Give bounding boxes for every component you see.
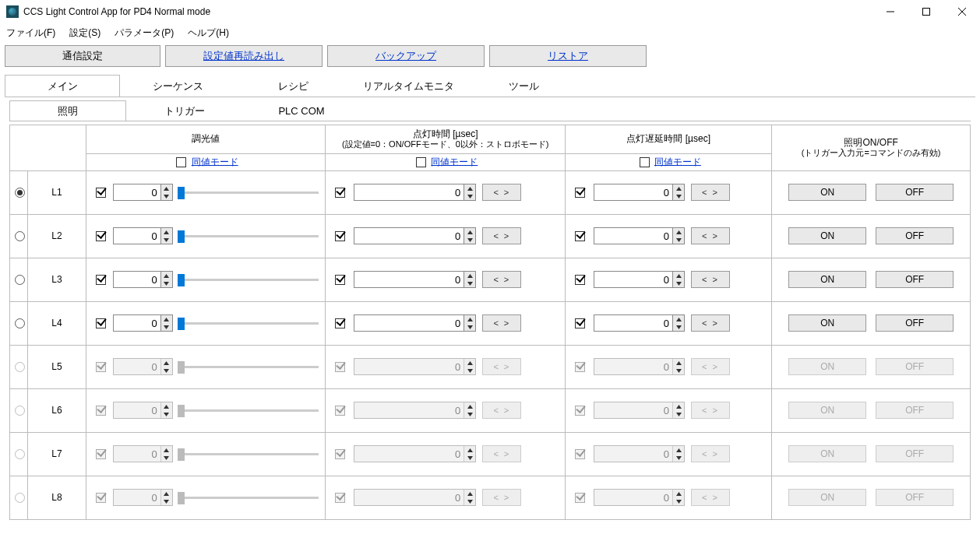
- same-mode-delay-label[interactable]: 同値モード: [654, 156, 701, 167]
- spin-down-icon[interactable]: [673, 279, 684, 287]
- maximize-button[interactable]: [908, 0, 944, 23]
- tab-recipe[interactable]: レシピ: [235, 75, 351, 97]
- same-mode-lt-label[interactable]: 同値モード: [431, 156, 478, 167]
- restore-button[interactable]: リストア: [489, 45, 647, 67]
- on-button[interactable]: ON: [788, 314, 866, 332]
- spin-down-icon[interactable]: [673, 323, 684, 331]
- delay-input[interactable]: [594, 228, 672, 244]
- dim-spinner[interactable]: [113, 227, 173, 244]
- delay-enable-checkbox[interactable]: [575, 318, 585, 328]
- spin-down-icon[interactable]: [464, 279, 475, 287]
- reread-button[interactable]: 設定値再読み出し: [165, 45, 323, 67]
- on-button[interactable]: ON: [788, 227, 866, 244]
- lt-expand-button[interactable]: < >: [482, 314, 521, 332]
- spin-up-icon[interactable]: [673, 272, 684, 279]
- lt-enable-checkbox[interactable]: [335, 231, 345, 241]
- dim-slider[interactable]: [178, 316, 319, 330]
- same-mode-dim-checkbox[interactable]: [176, 157, 186, 167]
- lt-enable-checkbox[interactable]: [335, 275, 345, 285]
- delay-expand-button[interactable]: < >: [691, 314, 730, 332]
- lt-expand-button[interactable]: < >: [482, 227, 521, 244]
- delay-spinner[interactable]: [594, 271, 685, 288]
- tab-sequence[interactable]: シーケンス: [120, 75, 235, 97]
- delay-enable-checkbox[interactable]: [575, 231, 585, 241]
- on-button[interactable]: ON: [788, 271, 866, 288]
- dim-input[interactable]: [114, 272, 160, 287]
- lt-enable-checkbox[interactable]: [335, 188, 345, 198]
- spin-up-icon[interactable]: [673, 184, 684, 192]
- delay-input[interactable]: [594, 272, 672, 287]
- lt-enable-checkbox[interactable]: [335, 318, 345, 328]
- subtab-plc[interactable]: PLC COM: [243, 100, 360, 121]
- spin-down-icon[interactable]: [161, 236, 172, 244]
- dim-spinner[interactable]: [113, 314, 173, 332]
- subtab-light[interactable]: 照明: [9, 100, 126, 121]
- same-mode-lt-checkbox[interactable]: [416, 157, 426, 167]
- delay-enable-checkbox[interactable]: [575, 188, 585, 198]
- dim-enable-checkbox[interactable]: [96, 231, 106, 241]
- off-button[interactable]: OFF: [876, 271, 954, 288]
- lt-spinner[interactable]: [354, 271, 476, 288]
- lt-expand-button[interactable]: < >: [482, 184, 521, 201]
- delay-spinner[interactable]: [594, 184, 685, 201]
- same-mode-dim-label[interactable]: 同値モード: [192, 156, 238, 167]
- lt-spinner[interactable]: [354, 314, 476, 332]
- menu-file[interactable]: ファイル(F): [6, 26, 55, 40]
- spin-down-icon[interactable]: [161, 323, 172, 331]
- delay-enable-checkbox[interactable]: [575, 275, 585, 285]
- lt-input[interactable]: [354, 228, 464, 244]
- spin-up-icon[interactable]: [464, 272, 475, 279]
- spin-up-icon[interactable]: [673, 228, 684, 236]
- dim-slider[interactable]: [178, 185, 319, 199]
- spin-up-icon[interactable]: [673, 315, 684, 323]
- lt-spinner[interactable]: [354, 184, 476, 201]
- delay-input[interactable]: [594, 184, 672, 200]
- dim-input[interactable]: [114, 184, 160, 200]
- dim-spinner[interactable]: [113, 184, 173, 201]
- same-mode-delay-checkbox[interactable]: [640, 157, 650, 167]
- spin-down-icon[interactable]: [464, 192, 475, 200]
- delay-expand-button[interactable]: < >: [691, 227, 730, 244]
- spin-up-icon[interactable]: [161, 228, 172, 236]
- dim-enable-checkbox[interactable]: [96, 318, 106, 328]
- spin-up-icon[interactable]: [161, 272, 172, 279]
- spin-up-icon[interactable]: [464, 228, 475, 236]
- row-select-radio[interactable]: [15, 188, 25, 198]
- tab-tool[interactable]: ツール: [466, 75, 581, 97]
- spin-down-icon[interactable]: [673, 236, 684, 244]
- comm-settings-button[interactable]: 通信設定: [5, 45, 160, 67]
- lt-expand-button[interactable]: < >: [482, 271, 521, 288]
- dim-slider[interactable]: [178, 272, 319, 286]
- spin-down-icon[interactable]: [673, 192, 684, 200]
- lt-input[interactable]: [354, 315, 464, 331]
- dim-enable-checkbox[interactable]: [96, 275, 106, 285]
- spin-down-icon[interactable]: [161, 192, 172, 200]
- spin-up-icon[interactable]: [161, 315, 172, 323]
- subtab-trigger[interactable]: トリガー: [126, 100, 243, 121]
- row-select-radio[interactable]: [15, 275, 25, 285]
- dim-enable-checkbox[interactable]: [96, 188, 106, 198]
- dim-input[interactable]: [114, 315, 160, 331]
- delay-expand-button[interactable]: < >: [691, 184, 730, 201]
- delay-spinner[interactable]: [594, 227, 685, 244]
- close-button[interactable]: [944, 0, 980, 23]
- delay-expand-button[interactable]: < >: [691, 271, 730, 288]
- backup-button[interactable]: バックアップ: [327, 45, 485, 67]
- on-button[interactable]: ON: [788, 184, 866, 201]
- off-button[interactable]: OFF: [876, 227, 954, 244]
- tab-realtime[interactable]: リアルタイムモニタ: [351, 75, 466, 97]
- spin-down-icon[interactable]: [464, 236, 475, 244]
- spin-down-icon[interactable]: [161, 279, 172, 287]
- lt-input[interactable]: [354, 184, 464, 200]
- tab-main[interactable]: メイン: [5, 75, 120, 97]
- spin-down-icon[interactable]: [464, 323, 475, 331]
- menu-help[interactable]: ヘルプ(H): [188, 26, 229, 40]
- off-button[interactable]: OFF: [876, 184, 954, 201]
- menu-params[interactable]: パラメータ(P): [115, 26, 174, 40]
- row-select-radio[interactable]: [15, 318, 25, 328]
- lt-spinner[interactable]: [354, 227, 476, 244]
- spin-up-icon[interactable]: [161, 184, 172, 192]
- dim-spinner[interactable]: [113, 271, 173, 288]
- menu-settings[interactable]: 設定(S): [69, 26, 100, 40]
- dim-slider[interactable]: [178, 229, 319, 243]
